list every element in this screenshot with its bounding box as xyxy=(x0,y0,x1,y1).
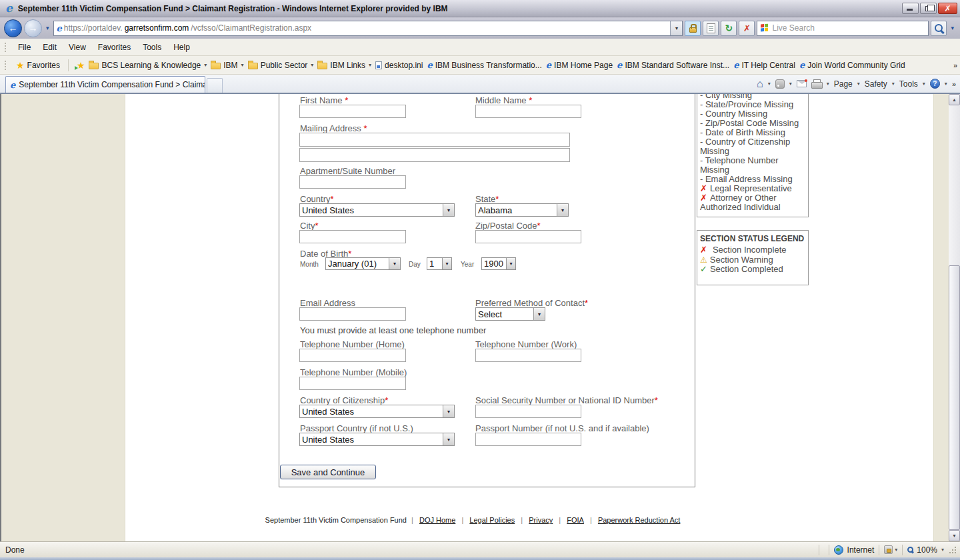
search-options-dropdown[interactable]: ▾ xyxy=(951,25,954,31)
tab-claimant-registration[interactable]: e September 11th Victim Compensation Fun… xyxy=(5,76,205,93)
mail-icon[interactable] xyxy=(797,80,807,87)
status-separator xyxy=(902,545,903,555)
zoom-dropdown[interactable]: ▾ xyxy=(941,547,944,553)
protected-mode-dropdown[interactable]: ▾ xyxy=(895,547,897,553)
favorites-link-ibm-home[interactable]: eIBM Home Page xyxy=(546,60,613,70)
required-asterisk: * xyxy=(385,395,388,405)
toolbar-grip[interactable] xyxy=(4,60,7,71)
favorites-button[interactable]: ★Favorites xyxy=(16,61,60,70)
home-dropdown[interactable]: ▾ xyxy=(768,81,771,87)
internet-zone-icon xyxy=(834,545,843,555)
citizenship-select[interactable]: United States▾ xyxy=(299,405,455,418)
favorites-folder-public-sector[interactable]: Public Sector▾ xyxy=(248,61,314,70)
close-button[interactable]: ✗ xyxy=(938,3,957,14)
favorites-folder-bcs[interactable]: BCS Learning & Knowledge▾ xyxy=(89,61,207,70)
save-and-continue-button[interactable]: Save and Continue xyxy=(280,465,376,479)
dropdown-arrow-icon[interactable]: ▾ xyxy=(533,308,545,320)
toolbar-overflow-chevron[interactable]: » xyxy=(953,61,957,69)
zip-input[interactable] xyxy=(475,230,581,243)
country-select[interactable]: United States▾ xyxy=(299,203,455,217)
tools-menu[interactable]: Tools xyxy=(899,79,918,89)
middle-name-input[interactable] xyxy=(475,105,581,118)
security-lock-button[interactable] xyxy=(685,21,701,36)
search-button[interactable] xyxy=(931,21,947,36)
stop-button[interactable]: ✗ xyxy=(739,21,755,36)
first-name-input[interactable] xyxy=(299,105,406,118)
favorites-link-desktop-ini[interactable]: desktop.ini xyxy=(375,61,423,70)
safety-menu[interactable]: Safety xyxy=(865,79,887,89)
menu-favorites[interactable]: Favorites xyxy=(92,43,137,52)
mailing-address-line1-input[interactable] xyxy=(299,133,570,147)
phone-home-input[interactable] xyxy=(299,349,406,362)
resize-grip[interactable] xyxy=(948,545,957,555)
dob-month-select[interactable]: January (01)▾ xyxy=(325,257,401,270)
rss-feed-icon[interactable] xyxy=(775,79,785,89)
favorites-link-it-help[interactable]: eIT Help Central xyxy=(733,60,795,70)
scroll-up-button[interactable]: ▲ xyxy=(949,94,960,105)
favorites-folder-ibm-links[interactable]: IBM Links▾ xyxy=(317,61,371,70)
footer-link-paperwork-reduction[interactable]: Paperwork Reduction Act xyxy=(598,516,681,524)
phone-work-input[interactable] xyxy=(475,349,581,362)
feed-dropdown: ▾ xyxy=(789,81,792,87)
home-button[interactable]: ⌂ xyxy=(757,79,763,89)
dropdown-arrow-icon[interactable]: ▾ xyxy=(443,433,454,445)
recent-pages-dropdown[interactable]: ▾ xyxy=(46,25,49,31)
print-dropdown[interactable]: ▾ xyxy=(827,81,829,87)
back-button[interactable]: ← xyxy=(4,19,22,37)
required-asterisk: * xyxy=(345,95,348,105)
commandbar-overflow-chevron[interactable]: » xyxy=(952,80,956,88)
help-dropdown[interactable]: ▾ xyxy=(945,81,947,87)
menu-tools[interactable]: Tools xyxy=(137,43,167,52)
dob-day-select[interactable]: 1▾ xyxy=(427,257,452,270)
menu-view[interactable]: View xyxy=(63,43,92,52)
passport-number-input[interactable] xyxy=(475,433,581,446)
dropdown-arrow-icon[interactable]: ▾ xyxy=(506,258,515,269)
address-bar[interactable]: e https://portaldev.garretsonfirm.com/vc… xyxy=(53,21,683,36)
print-button[interactable] xyxy=(811,79,822,88)
state-select[interactable]: Alabama▾ xyxy=(475,203,569,217)
help-button[interactable]: ? xyxy=(930,79,940,89)
footer-separator: | xyxy=(521,516,523,524)
forward-button[interactable]: → xyxy=(24,19,42,37)
protected-mode-icon[interactable] xyxy=(884,545,893,554)
dropdown-arrow-icon[interactable]: ▾ xyxy=(557,204,568,216)
favorites-link-ibm-software[interactable]: eIBM Standard Software Inst... xyxy=(617,60,729,70)
menu-edit[interactable]: Edit xyxy=(37,43,63,52)
favorites-link-ibm-business[interactable]: eIBM Business Transformatio... xyxy=(427,60,541,70)
search-input[interactable]: Live Search xyxy=(757,21,929,36)
scroll-down-button[interactable]: ▼ xyxy=(949,530,960,541)
apartment-input[interactable] xyxy=(299,175,406,189)
dob-year-select[interactable]: 1900▾ xyxy=(481,257,516,270)
section-status-panel: - City Missing - State/Province Missing … xyxy=(697,94,809,217)
address-dropdown-button[interactable]: ▾ xyxy=(670,21,682,35)
footer-link-legal-policies[interactable]: Legal Policies xyxy=(469,516,515,524)
toolbar-grip[interactable] xyxy=(4,42,7,53)
passport-country-select[interactable]: United States▾ xyxy=(299,433,455,446)
favorites-folder-ibm[interactable]: IBM▾ xyxy=(211,61,243,70)
footer-link-privacy[interactable]: Privacy xyxy=(529,516,553,524)
minimize-button[interactable] xyxy=(902,3,919,14)
page-menu[interactable]: Page xyxy=(834,79,853,89)
refresh-button[interactable]: ↻ xyxy=(721,21,737,36)
footer-link-foia[interactable]: FOIA xyxy=(567,516,584,524)
contact-method-select[interactable]: Select▾ xyxy=(475,307,545,321)
ssn-input[interactable] xyxy=(475,405,581,418)
dropdown-arrow-icon[interactable]: ▾ xyxy=(442,258,451,269)
menu-file[interactable]: File xyxy=(12,43,37,52)
footer-link-doj-home[interactable]: DOJ Home xyxy=(419,516,455,524)
scrollbar-thumb[interactable] xyxy=(949,265,960,530)
city-input[interactable] xyxy=(299,230,406,243)
vertical-scrollbar[interactable]: ▲ ▼ xyxy=(949,94,960,541)
phone-mobile-input[interactable] xyxy=(299,377,406,390)
mailing-address-line2-input[interactable] xyxy=(299,148,570,162)
dropdown-arrow-icon[interactable]: ▾ xyxy=(443,405,454,417)
email-input[interactable] xyxy=(299,307,406,321)
menu-help[interactable]: Help xyxy=(167,43,196,52)
compatibility-view-button[interactable] xyxy=(703,21,719,36)
favorites-link-world-grid[interactable]: eJoin World Community Grid xyxy=(799,60,905,70)
new-tab-button[interactable] xyxy=(207,78,223,93)
add-favorite-button[interactable]: ★ xyxy=(77,61,85,70)
dropdown-arrow-icon[interactable]: ▾ xyxy=(443,204,454,216)
dropdown-arrow-icon[interactable]: ▾ xyxy=(389,258,400,269)
restore-button[interactable] xyxy=(920,3,937,14)
